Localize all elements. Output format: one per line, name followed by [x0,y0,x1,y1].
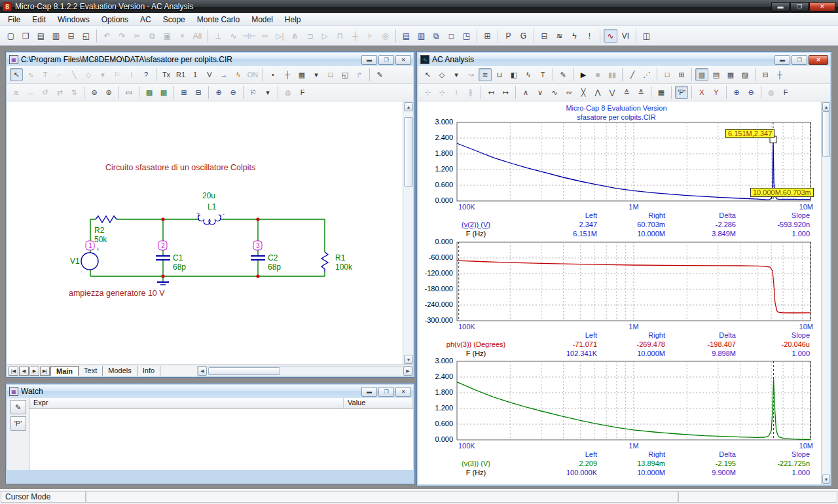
schematic-minimize-button[interactable]: ▬ [361,55,377,65]
c2-ref-label[interactable]: C2 [268,253,278,262]
line-mode-icon[interactable]: ╲ [67,68,81,81]
r2-value-label[interactable]: 50k [94,235,107,244]
open-file-icon[interactable]: ❒ [19,29,33,43]
menu-edit[interactable]: Edit [26,14,52,26]
scroll-up-icon[interactable]: ▲ [404,102,413,111]
probe-icon[interactable]: ϟ [568,29,581,43]
print-preview-icon[interactable]: ◱ [79,29,93,43]
scroll-up-icon[interactable]: ▲ [822,102,830,111]
mode-redo-icon[interactable]: ↱ [353,68,366,81]
line-icon[interactable]: ╱ [626,68,639,81]
remove-page-icon[interactable]: ⊟ [192,86,205,99]
attribute-visibility-icon[interactable]: R1 [174,68,187,81]
scroll-thumb[interactable] [208,367,280,375]
probe-region-icon[interactable]: ◧ [507,68,520,81]
properties-icon[interactable]: ✎ [10,400,26,414]
analysis-restore-button[interactable]: ❐ [792,55,807,65]
component-mode-icon[interactable]: ∿ [24,68,37,81]
crosshair-cursor-icon[interactable]: ┼ [281,68,294,81]
scroll-down-icon[interactable]: ▼ [404,355,413,364]
plot-area[interactable]: ▲ ▼ Micro-Cap 8 Evaluation Versionsfasat… [418,101,830,484]
shape-dropdown-icon[interactable]: ▾ [450,68,463,81]
slideshow-icon[interactable]: ▭ [122,86,136,99]
add-page-icon[interactable]: ⊞ [177,86,191,99]
last-page-button[interactable]: ▶| [40,367,50,376]
expr-column-header[interactable]: Expr [29,398,344,408]
zoom-out-icon[interactable]: ⊖ [744,86,757,99]
pattern-dense-icon[interactable]: ▦ [724,68,737,81]
pattern-horizontal-icon[interactable]: ▤ [710,68,723,81]
zoom-in-icon[interactable]: ⊕ [730,86,743,99]
paste-icon[interactable]: ▣ [160,29,174,43]
menu-options[interactable]: Options [96,14,134,26]
go-to-branch-icon[interactable]: ▦ [655,86,668,99]
high-icon[interactable]: ∿ [548,86,561,99]
circuit-note[interactable]: ampiezza generatore 10 V [69,289,165,298]
text-mode-icon[interactable]: T [536,68,549,81]
tile-vertical-icon[interactable]: ▥ [414,29,428,43]
save-icon[interactable]: ▤ [34,29,48,43]
sine-source-icon[interactable]: ◎ [378,29,392,43]
horizontal-tag-icon[interactable]: ≀ [450,86,463,99]
watch-close-button[interactable]: ✕ [395,387,411,397]
flip-icon[interactable]: ⇅ [67,86,81,99]
menu-scope[interactable]: Scope [157,14,191,26]
copy-icon[interactable]: ⧉ [145,29,159,43]
print-icon[interactable]: ⊟ [64,29,78,43]
mirror-icon[interactable]: ⇄ [53,86,66,99]
undo-icon[interactable]: ↶ [100,29,114,43]
condition-display-icon[interactable]: ON [246,68,259,81]
grid-icon[interactable]: ▦ [295,68,308,81]
cursor-right-icon[interactable]: ↦ [499,86,512,99]
scroll-right-icon[interactable]: ▶ [403,367,412,376]
scroll-down-icon[interactable]: ▼ [822,475,830,484]
new-file-icon[interactable]: ▢ [4,29,18,43]
watch-rows[interactable] [29,409,413,470]
watch-restore-button[interactable]: ❐ [378,387,394,397]
probe-g-icon[interactable]: G [517,29,530,43]
v1-ref-label[interactable]: V1 [70,257,80,266]
rotate-icon[interactable]: ↺ [39,86,52,99]
r1-ref-label[interactable]: R1 [335,253,346,262]
overlap-windows-icon[interactable]: ◳ [460,29,473,43]
curve-label[interactable]: F (Hz) [428,230,524,238]
text-visibility-icon[interactable]: Tx [160,68,173,81]
title-block-icon[interactable]: ◱ [338,68,352,81]
menu-windows[interactable]: Windows [52,14,96,26]
pattern-dots-icon[interactable]: ▨ [738,68,752,81]
watch-minimize-button[interactable]: ▬ [361,387,377,397]
analysis-vertical-scrollbar[interactable]: ▲ ▼ [821,101,830,484]
select-area-icon[interactable]: ⧈ [10,86,23,99]
transistor-icon[interactable]: ⋔ [288,29,302,43]
schematic-vertical-scrollbar[interactable]: ▲ ▼ [403,101,413,365]
r2-ref-label[interactable]: R2 [94,226,105,235]
menu-monte-carlo[interactable]: Monte Carlo [191,14,246,26]
top-envelope-icon[interactable]: ≙ [620,86,633,99]
internet-icon[interactable]: ◍ [765,86,778,99]
capacitor-icon[interactable]: ⊣⊢ [242,29,257,43]
same-scales-icon[interactable]: ┼ [773,68,786,81]
cursor-tag-icon[interactable]: ⊹ [421,86,434,99]
analysis-plot-icon[interactable]: ∿ [604,29,617,43]
animate-icon[interactable]: ◫ [640,29,653,43]
tab-text[interactable]: Text [79,366,103,376]
analysis-minimize-button[interactable]: ▬ [774,55,790,65]
vi-probe-icon[interactable]: VI [619,29,632,43]
properties-icon[interactable]: ✎ [373,68,386,81]
wire-mode-icon[interactable]: ⌐ [53,68,66,81]
flag-mode-icon[interactable]: ⚐ [111,68,124,81]
stop-icon[interactable]: ■ [591,68,604,81]
internet-icon[interactable]: ◍ [282,86,295,99]
ground-icon[interactable]: ⊥ [211,29,225,43]
menu-file[interactable]: File [2,14,26,26]
shape-mode-icon[interactable]: ◇ [82,68,95,81]
font-icon[interactable]: F [779,86,792,99]
probe-p-icon[interactable]: P [501,29,515,43]
shape-mode-icon[interactable]: ◇ [435,68,448,81]
restore-button[interactable]: ❐ [790,2,809,12]
pause-icon[interactable]: ▮▮ [606,68,619,81]
menu-model[interactable]: Model [246,14,279,26]
scale-mode-icon[interactable]: ↝ [464,68,477,81]
jumper-icon[interactable]: ┼ [348,29,362,43]
x-scale-icon[interactable]: X [695,86,708,99]
